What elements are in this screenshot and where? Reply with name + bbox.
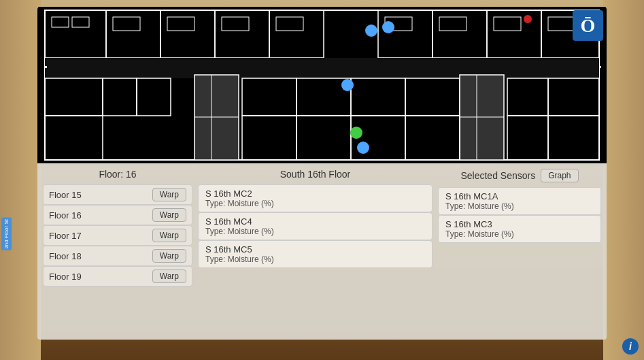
floor-label-left: 2nd Floor St	[1, 218, 12, 250]
sensor-dot-5[interactable]	[357, 142, 369, 154]
sensor-type: Type: Moisture (%)	[445, 201, 594, 211]
sensor-dot-6[interactable]	[524, 15, 532, 23]
selected-panel-header: Selected Sensors Graph	[438, 169, 601, 182]
warp-button[interactable]: Warp	[152, 249, 186, 263]
right-wall	[603, 0, 644, 360]
info-icon[interactable]: i	[622, 338, 639, 355]
sensor-name: S 16th MC2	[205, 189, 425, 199]
south-panel-title: South 16th Floor	[198, 169, 433, 180]
floor-row-label: Floor 16	[49, 210, 82, 220]
floor-row: Floor 15 Warp	[43, 184, 192, 205]
sensor-dot-2[interactable]	[382, 21, 394, 33]
floor-row-label: Floor 15	[49, 190, 82, 200]
sensor-name: S 16th MC3	[445, 219, 594, 229]
selected-sensors-panel: Selected Sensors Graph S 16th MC1A Type:…	[438, 169, 601, 334]
warp-button[interactable]: Warp	[152, 208, 186, 222]
sensor-name: S 16th MC4	[205, 216, 425, 227]
sensor-type: Type: Moisture (%)	[205, 255, 425, 264]
floor-row: Floor 16 Warp	[43, 205, 192, 225]
selected-sensor-card[interactable]: S 16th MC3 Type: Moisture (%)	[438, 215, 601, 243]
south-sensors-container: S 16th MC2 Type: Moisture (%) S 16th MC4…	[198, 184, 433, 268]
floor-map: Ō	[37, 7, 607, 163]
warp-button[interactable]: Warp	[152, 269, 186, 283]
floor-row-label: Floor 17	[49, 231, 82, 241]
floor-row-label: Floor 18	[49, 251, 82, 261]
selected-panel-title: Selected Sensors	[460, 170, 535, 181]
left-wall	[0, 0, 41, 360]
warp-button[interactable]: Warp	[152, 188, 186, 201]
sensor-dot-1[interactable]	[365, 24, 377, 37]
floor-row: Floor 18 Warp	[43, 246, 192, 266]
main-panel: Ō Floor: 16 Floor 15 Warp Floor 16 Warp …	[37, 7, 607, 340]
sensor-type: Type: Moisture (%)	[205, 227, 425, 236]
sensor-name: S 16th MC5	[205, 244, 425, 255]
sensor-name: S 16th MC1A	[445, 191, 594, 201]
floor-row-label: Floor 19	[49, 272, 82, 282]
svg-rect-44	[45, 66, 47, 68]
sensor-card[interactable]: S 16th MC5 Type: Moisture (%)	[198, 240, 433, 268]
floor-row: Floor 19 Warp	[43, 266, 192, 287]
sensor-dot-4[interactable]	[350, 127, 362, 139]
warp-button[interactable]: Warp	[152, 229, 186, 242]
sensor-type: Type: Moisture (%)	[205, 199, 425, 208]
svg-rect-45	[599, 66, 601, 68]
logo-letter: Ō	[581, 15, 596, 37]
sensor-card[interactable]: S 16th MC4 Type: Moisture (%)	[198, 212, 433, 240]
floor-row: Floor 17 Warp	[43, 225, 192, 246]
sensor-type: Type: Moisture (%)	[445, 229, 594, 239]
controls-area: Floor: 16 Floor 15 Warp Floor 16 Warp Fl…	[37, 163, 607, 340]
south-sensors-panel: South 16th Floor S 16th MC2 Type: Moistu…	[198, 169, 433, 334]
floor-list-title: Floor: 16	[43, 169, 192, 180]
graph-button[interactable]: Graph	[541, 169, 578, 182]
selected-sensors-container: S 16th MC1A Type: Moisture (%) S 16th MC…	[438, 187, 601, 243]
app-logo: Ō	[573, 10, 603, 41]
floor-list-panel: Floor: 16 Floor 15 Warp Floor 16 Warp Fl…	[43, 169, 192, 334]
floor-rows-container: Floor 15 Warp Floor 16 Warp Floor 17 War…	[43, 184, 192, 287]
selected-sensor-card[interactable]: S 16th MC1A Type: Moisture (%)	[438, 187, 601, 215]
sensor-dot-3[interactable]	[341, 79, 354, 91]
svg-rect-11	[45, 58, 599, 78]
floor-plan-svg	[37, 7, 607, 163]
sensor-card[interactable]: S 16th MC2 Type: Moisture (%)	[198, 184, 433, 212]
